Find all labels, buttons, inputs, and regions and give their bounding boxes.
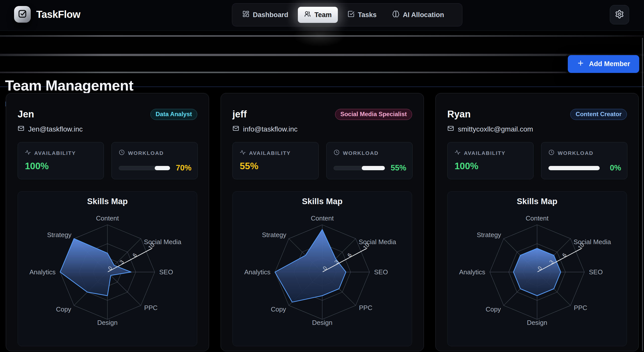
gear-icon: [615, 10, 624, 20]
availability-label-row: AVAILABILITY: [240, 149, 291, 157]
check-square-icon: [18, 9, 27, 20]
radar-axis-label: Copy: [271, 305, 286, 313]
clock-icon: [548, 149, 554, 157]
tab-ai-allocation[interactable]: AI Allocation: [386, 7, 450, 23]
radar-axis-label: Content: [96, 214, 119, 222]
workload-label-row: WORKLOAD: [119, 149, 164, 157]
member-name: jeff: [232, 109, 247, 120]
navbar: TaskFlow Dashboard Team: [0, 0, 644, 31]
skills-radar-chart: 03610ContentSocial MediaSEOPPCDesignCopy…: [233, 192, 412, 346]
radar-axis-label: Design: [97, 319, 118, 326]
availability-value: 100%: [25, 161, 49, 171]
tab-tasks[interactable]: Tasks: [341, 7, 383, 23]
main-nav: Dashboard Team Tasks: [232, 3, 462, 26]
radar-axis-label: Analytics: [244, 268, 270, 276]
availability-stat: AVAILABILITY 100%: [447, 142, 534, 179]
member-email-row: smittycoxllc@gmail.com: [447, 125, 533, 134]
member-email: info@taskflow.inc: [243, 125, 298, 133]
tab-label: Tasks: [358, 11, 377, 19]
member-role-badge: Social Media Specialist: [335, 109, 412, 120]
tab-dashboard[interactable]: Dashboard: [236, 7, 294, 23]
mail-icon: [18, 125, 24, 134]
radar-tick-label: 6: [561, 252, 568, 258]
page-header: Team Management Manage your marketing te…: [0, 31, 644, 87]
workload-bar-row: 70%: [119, 163, 191, 172]
member-role-badge: Content Creator: [570, 109, 627, 120]
member-role-badge: Data Analyst: [150, 109, 197, 120]
tab-label: Team: [314, 11, 332, 19]
workload-progress-bar: [334, 166, 385, 170]
workload-bar-row: 0%: [548, 163, 621, 172]
availability-stat: AVAILABILITY 100%: [18, 142, 104, 179]
availability-label-row: AVAILABILITY: [25, 149, 76, 157]
radar-axis-label: Design: [527, 319, 547, 326]
workload-value: 0%: [603, 163, 621, 172]
users-icon: [304, 10, 311, 19]
workload-label: WORKLOAD: [128, 150, 164, 156]
workload-bar-row: 55%: [334, 163, 406, 172]
mail-icon: [232, 125, 239, 134]
member-email: smittycoxllc@gmail.com: [458, 125, 533, 133]
tab-label: Dashboard: [253, 11, 288, 19]
header-stripe: [0, 35, 644, 37]
availability-stat: AVAILABILITY 55%: [232, 142, 319, 179]
header-stripe: [0, 54, 644, 56]
radar-axis-label: Content: [526, 214, 549, 222]
plus-icon: [577, 59, 584, 69]
tab-team[interactable]: Team: [298, 7, 338, 23]
radar-axis-label: Social Media: [359, 238, 396, 246]
skills-map-panel: Skills Map 03610ContentSocial MediaSEOPP…: [18, 191, 197, 346]
skills-radar-chart: 03610ContentSocial MediaSEOPPCDesignCopy…: [448, 192, 627, 346]
workload-stat: WORKLOAD 55%: [326, 142, 413, 179]
add-member-button[interactable]: Add Member: [568, 55, 639, 73]
settings-button[interactable]: [610, 5, 629, 24]
mail-icon: [447, 125, 454, 134]
dashboard-icon: [242, 10, 250, 19]
radar-tick-label: 6: [131, 252, 138, 258]
activity-icon: [455, 149, 461, 157]
member-name: Jen: [18, 109, 34, 120]
radar-axis-label: Strategy: [262, 231, 286, 239]
workload-stat: WORKLOAD 70%: [111, 142, 198, 179]
radar-axis-label: Content: [311, 214, 334, 222]
workload-label-row: WORKLOAD: [334, 149, 379, 157]
tab-label: AI Allocation: [403, 11, 444, 19]
radar-axis-label: Analytics: [459, 268, 485, 276]
workload-label: WORKLOAD: [343, 150, 379, 156]
clock-icon: [119, 149, 125, 157]
member-card: jeff Social Media Specialist info@taskfl…: [221, 93, 424, 351]
scrollbar[interactable]: [642, 38, 643, 351]
radar-tick-label: 3: [118, 259, 125, 265]
workload-progress-bar: [548, 166, 600, 170]
workload-label-row: WORKLOAD: [548, 149, 593, 157]
radar-axis-label: Copy: [486, 305, 501, 313]
radar-axis-label: SEO: [159, 268, 173, 276]
availability-label: AVAILABILITY: [34, 150, 76, 156]
skills-map-panel: Skills Map 03610ContentSocial MediaSEOPP…: [447, 191, 627, 346]
active-tab-glow: [282, 26, 357, 58]
radar-axis-label: SEO: [589, 268, 603, 276]
workload-value: 70%: [174, 163, 191, 172]
workload-progress-bar: [119, 166, 170, 170]
radar-axis-label: PPC: [359, 304, 372, 312]
activity-icon: [240, 149, 246, 157]
availability-value: 55%: [240, 161, 258, 171]
add-member-label: Add Member: [589, 60, 630, 68]
radar-tick-label: 6: [346, 252, 353, 258]
availability-label: AVAILABILITY: [249, 150, 291, 156]
team-cards: Jen Data Analyst Jen@taskflow.inc AVAILA…: [0, 86, 644, 352]
brand: TaskFlow: [14, 6, 80, 23]
workload-stat: WORKLOAD 0%: [541, 142, 627, 179]
workload-progress-remainder: [548, 166, 600, 170]
radar-axis-label: PPC: [144, 304, 157, 312]
member-email-row: info@taskflow.inc: [232, 125, 298, 134]
app-logo: [14, 6, 31, 23]
skills-map-panel: Skills Map 03610ContentSocial MediaSEOPP…: [232, 191, 412, 346]
workload-label: WORKLOAD: [558, 150, 593, 156]
radar-axis-label: SEO: [374, 268, 388, 276]
radar-axis-label: Social Media: [144, 238, 181, 246]
availability-value: 100%: [455, 161, 478, 171]
radar-axis-label: Social Media: [574, 238, 611, 246]
workload-value: 55%: [389, 163, 406, 172]
radar-axis-label: Design: [312, 319, 333, 326]
